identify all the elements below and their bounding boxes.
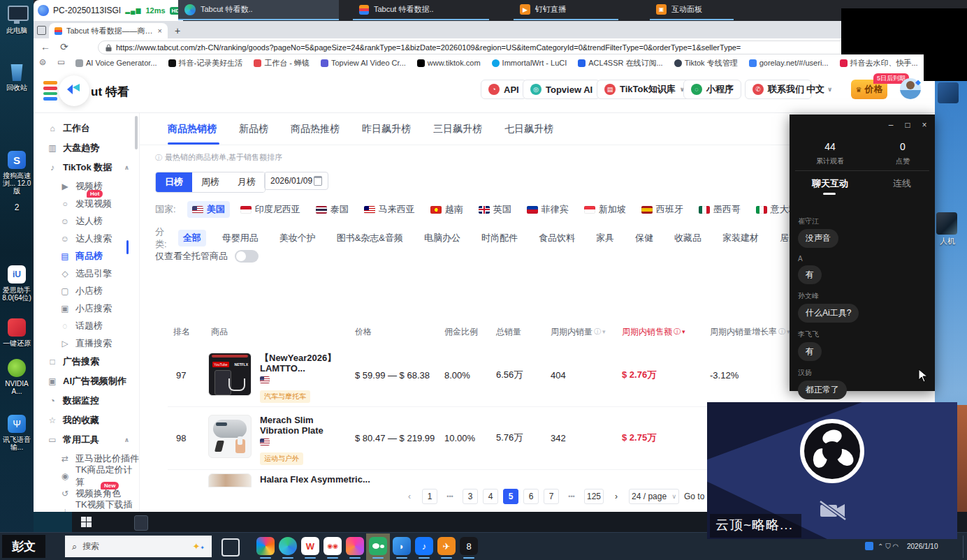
sidebar-item-discover-video[interactable]: ○发现视频 xyxy=(34,195,139,212)
country-gb[interactable]: 英国 xyxy=(474,201,516,218)
sidebar-item-tiktok-data[interactable]: ♪TikTok 数据∧ xyxy=(34,158,139,177)
table-row[interactable]: Halara Flex Asymmetric... xyxy=(168,469,794,487)
country-sg[interactable]: 新加坡 xyxy=(579,201,631,218)
sidebar-item-product-rank[interactable]: ▤商品榜 xyxy=(34,247,139,265)
sidebar-item-favorites[interactable]: ☆我的收藏 xyxy=(34,411,139,430)
nvidia-icon[interactable] xyxy=(8,359,26,377)
sidebar-scrollbar[interactable] xyxy=(135,116,138,149)
bookmark[interactable]: Topview AI Video Cr... xyxy=(321,59,406,67)
nav-miniapp-button[interactable]: ◌小程序 xyxy=(683,80,741,99)
category-item[interactable]: 时尚配件 xyxy=(477,230,523,246)
sidebar-item-topic-rank[interactable]: ◌话题榜 xyxy=(34,317,139,334)
page-4[interactable]: 4 xyxy=(483,489,498,504)
page-3[interactable]: 3 xyxy=(463,489,478,504)
copilot-sparkle-icon[interactable]: ✦✦ xyxy=(192,541,205,552)
product-title[interactable]: Merach Slim Vibration Plate Exercise Mac… xyxy=(260,415,351,436)
bookmark[interactable]: www.tiktok.com xyxy=(417,59,481,67)
address-bar[interactable]: https://www.tabcut.com/zh-CN/ranking/goo… xyxy=(98,40,870,54)
page-6[interactable]: 6 xyxy=(523,489,539,504)
minimize-icon[interactable]: – xyxy=(886,120,896,130)
tray-icons[interactable]: ⌃ ⛉ ◠ xyxy=(878,543,899,551)
country-us[interactable]: 美国 xyxy=(187,201,230,218)
taskbar-app-edge-tabcut[interactable]: Tabcut 特看数.. xyxy=(178,0,339,20)
sidebar-item-common-tools[interactable]: ▭常用工具∧ xyxy=(34,430,139,450)
desktop-icon-label[interactable]: 人机 xyxy=(933,237,961,245)
tab-7day-rising[interactable]: 七日飙升榜 xyxy=(504,123,553,135)
col-growth[interactable]: 周期内销量增长率ⓘ▾ xyxy=(710,326,794,338)
sidebar-item-product-engine[interactable]: ◇选品引擎 xyxy=(34,265,139,282)
country-th[interactable]: 泰国 xyxy=(311,201,354,218)
product-title[interactable]: Halara Flex Asymmetric... xyxy=(260,474,372,485)
sidebar-toggle-icon[interactable]: ⊜ xyxy=(39,57,46,67)
desktop-icon-label[interactable]: 一键还原 xyxy=(0,339,34,347)
period-daily[interactable]: 日榜 xyxy=(156,172,192,192)
nav-knowledge-button[interactable]: ▤TikTok知识库∨ xyxy=(597,80,692,99)
table-row[interactable]: 97 YouTube NETFLX 【NewYear2026】LAMTTO...… xyxy=(168,344,794,407)
start-button[interactable] xyxy=(81,517,92,527)
taskbar-app-interactive-panel[interactable]: ▣ 互动面板 xyxy=(650,0,734,20)
bookmarks-folder-icon[interactable]: ▭ xyxy=(57,57,65,67)
managed-only-toggle[interactable] xyxy=(235,250,259,263)
desktop-icon-label[interactable]: 搜狗高速浏... 12.0版 xyxy=(0,172,34,195)
sidebar-item-shop-rank[interactable]: ▢小店榜 xyxy=(34,282,139,300)
bookmark[interactable]: 抖音去水印、快手... xyxy=(840,58,918,68)
category-item[interactable]: 电脑办公 xyxy=(419,230,465,246)
restore-tool-icon[interactable] xyxy=(8,318,26,337)
close-icon[interactable]: × xyxy=(919,120,929,130)
remote-session-tab[interactable]: PC-20250113ISGI ▂▄▆ 12ms HD × xyxy=(34,0,183,21)
category-item[interactable]: 母婴用品 xyxy=(217,230,263,246)
douyin-tool-icon[interactable]: ♪ xyxy=(415,537,433,555)
dingtalk-icon[interactable]: ✈ xyxy=(437,537,456,555)
col-period-revenue[interactable]: 周期内销售额ⓘ▾ xyxy=(622,326,710,338)
ellipsis-right[interactable]: ••• xyxy=(564,489,579,504)
product-title[interactable]: 【NewYear2026】LAMTTO... xyxy=(260,353,351,374)
page-size-select[interactable]: 24 / page∨ xyxy=(629,489,679,504)
category-item[interactable]: 收藏品 xyxy=(669,230,706,246)
country-vn[interactable]: 越南 xyxy=(426,201,468,218)
bookmark[interactable]: Tiktok 专线管理 xyxy=(674,58,738,68)
sogou-browser-icon[interactable]: S xyxy=(8,151,26,169)
country-my[interactable]: 马来西亚 xyxy=(359,201,420,218)
back-icon[interactable]: ← xyxy=(41,41,50,52)
product-image[interactable]: YouTube NETFLX xyxy=(208,353,252,396)
renji-icon[interactable] xyxy=(936,212,957,235)
product-image[interactable] xyxy=(208,415,252,458)
tab-3day-rising[interactable]: 三日飙升榜 xyxy=(433,123,482,135)
tray-app-icon[interactable] xyxy=(865,542,873,550)
country-mx[interactable]: 墨西哥 xyxy=(694,201,746,218)
next-page-icon[interactable]: › xyxy=(609,489,624,504)
desktop-icon-label[interactable]: 爱思助手 8.0(64位) xyxy=(0,286,34,302)
calculator-app-icon[interactable] xyxy=(134,515,148,531)
taskbar-app-tabcut[interactable]: Tabcut 特看数据.. xyxy=(353,0,489,20)
obs-app-icon[interactable]: 8 xyxy=(460,537,478,555)
tab-yesterday-rising[interactable]: 昨日飙升榜 xyxy=(362,123,411,135)
sort-caret-icon[interactable]: ▾ xyxy=(682,328,685,335)
edge-icon[interactable] xyxy=(279,537,297,555)
sidebar-item-tk-downloader[interactable]: ↓TK视频下载插件 xyxy=(34,502,139,512)
category-item[interactable]: 食品饮料 xyxy=(534,230,580,246)
sidebar-item-creator-search[interactable]: ☺达人搜索 xyxy=(34,230,139,247)
bookmark[interactable]: gorelay.net/#/useri... xyxy=(749,59,829,67)
bookmark[interactable]: ImmortalWrt - LuCI xyxy=(492,59,567,67)
iflytek-input-icon[interactable]: Ψ xyxy=(8,415,26,433)
task-view-icon[interactable] xyxy=(221,538,240,557)
desktop-icon-label[interactable]: NVIDIA A... xyxy=(0,380,34,395)
country-ph[interactable]: 菲律宾 xyxy=(522,201,574,218)
bookmark[interactable]: 抖音-记录美好生活 xyxy=(168,58,243,68)
bookmark[interactable]: AI Voice Generator... xyxy=(75,59,157,67)
taskbar-search[interactable]: ⌕ 搜索 ✦✦ xyxy=(65,536,212,557)
category-item[interactable]: 家具 xyxy=(591,230,619,246)
reload-icon[interactable]: ⟳ xyxy=(60,41,68,52)
country-id[interactable]: 印度尼西亚 xyxy=(235,201,305,218)
red-app-icon[interactable]: ◉◉ xyxy=(323,537,342,555)
desktop-icon-label[interactable]: 回收站 xyxy=(0,84,34,91)
table-row[interactable]: 98 Merach Slim Vibration Plate Exercise … xyxy=(168,406,794,470)
prev-page-icon[interactable]: ‹ xyxy=(402,489,417,504)
sidebar-item-workbench[interactable]: ⌂工作台 xyxy=(34,119,139,138)
sidebar-item-shop-search[interactable]: ▣小店搜索 xyxy=(34,300,139,317)
quark-icon[interactable]: ◗ xyxy=(393,537,411,555)
sidebar-item-tk-pricing[interactable]: ◉TK商品定价计算New xyxy=(34,467,139,485)
media2-app-icon[interactable] xyxy=(346,537,364,555)
sidebar-item-ai-ad-video[interactable]: ▣AI广告视频制作 xyxy=(34,371,139,391)
taskbar-app-dingtalk-live[interactable]: ▶ 钉钉直播 xyxy=(514,0,618,20)
